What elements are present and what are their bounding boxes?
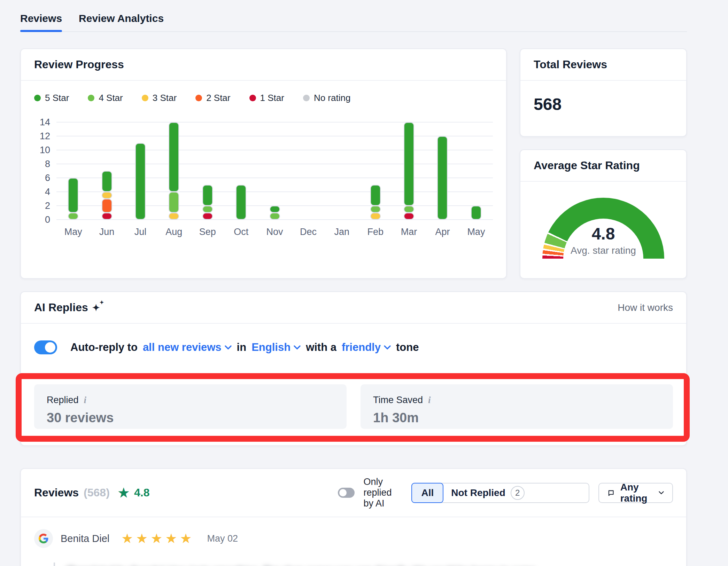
legend-dot-icon — [142, 95, 148, 101]
legend-item[interactable]: 2 Star — [195, 93, 230, 103]
chevron-down-icon — [294, 345, 301, 350]
y-tick-label: 2 — [45, 201, 50, 211]
reviews-list-card: Reviews (568) ★ 4.8 Only replied by AI A… — [20, 468, 687, 566]
stacked-bar[interactable] — [471, 206, 481, 220]
ai-replies-title: AI Replies — [34, 301, 88, 314]
y-tick-label: 4 — [45, 187, 50, 197]
review-progress-chart: 02468101214 — [34, 122, 493, 220]
stacked-bar[interactable] — [404, 122, 414, 220]
chevron-down-icon — [659, 490, 664, 495]
tone-word: tone — [396, 341, 419, 354]
x-tick-label: Nov — [258, 227, 291, 237]
tab-reviews[interactable]: Reviews — [20, 13, 62, 31]
legend-item[interactable]: 3 Star — [142, 93, 177, 103]
legend-item[interactable]: 4 Star — [88, 93, 123, 103]
review-progress-card: Review Progress 5 Star4 Star3 Star2 Star… — [20, 48, 507, 279]
reviews-count: (568) — [84, 486, 110, 499]
comment-icon — [607, 488, 614, 498]
y-tick-label: 6 — [45, 173, 50, 183]
x-tick-label: Sep — [191, 227, 224, 237]
review-progress-title: Review Progress — [21, 49, 506, 81]
x-tick-label: Oct — [224, 227, 258, 237]
page: Reviews Review Analytics Review Progress… — [20, 0, 687, 566]
only-replied-by-ai-label: Only replied by AI — [364, 477, 403, 509]
gauge-value: 4.8 — [542, 224, 664, 243]
sparkles-icon: ✦✦ — [92, 303, 106, 312]
y-tick-label: 8 — [45, 159, 50, 170]
chart-plot — [56, 122, 493, 220]
review-star-rating: ★★★★★ — [121, 532, 194, 545]
stacked-bar[interactable] — [135, 143, 146, 220]
review-author: Benita Diel — [61, 533, 109, 544]
not-replied-count-badge: 2 — [511, 486, 525, 500]
only-replied-by-ai-toggle[interactable] — [338, 488, 355, 498]
reviews-scope-dropdown[interactable]: all new reviews — [143, 341, 232, 354]
auto-reply-prefix: Auto-reply to — [70, 341, 138, 354]
total-reviews-value: 568 — [520, 81, 686, 136]
x-tick-label: May — [56, 227, 90, 237]
stacked-bar[interactable] — [270, 206, 280, 220]
stacked-bar[interactable] — [68, 178, 78, 220]
legend-dot-icon — [195, 95, 202, 101]
legend-dot-icon — [34, 95, 41, 101]
reviews-title: Reviews — [34, 486, 79, 499]
review-text-blurred: (Translated by Google) Very tasty smooth… — [65, 563, 543, 566]
x-tick-label: Jan — [325, 227, 358, 237]
total-reviews-title: Total Reviews — [520, 49, 686, 81]
time-saved-label: Time Saved — [373, 395, 423, 406]
stacked-bar[interactable] — [236, 185, 246, 220]
review-date: May 02 — [207, 533, 238, 544]
replied-label: Replied — [47, 395, 79, 406]
x-tick-label: May — [459, 227, 493, 237]
info-icon[interactable]: i — [428, 395, 431, 406]
info-icon[interactable]: i — [84, 395, 87, 406]
legend-item[interactable]: No rating — [303, 93, 351, 103]
x-tick-label: Mar — [392, 227, 426, 237]
legend-dot-icon — [88, 95, 94, 101]
y-tick-label: 0 — [45, 214, 50, 225]
in-word: in — [237, 341, 247, 354]
stacked-bar[interactable] — [169, 122, 179, 220]
chart-y-axis: 02468101214 — [34, 122, 56, 220]
replied-stat: Replied i 30 reviews — [34, 384, 347, 429]
replied-filter-segmented: All Not Replied 2 — [411, 483, 589, 503]
google-logo-icon — [34, 529, 53, 548]
reviews-avg-rating: 4.8 — [134, 486, 149, 499]
x-tick-label: Aug — [157, 227, 191, 237]
auto-reply-toggle[interactable] — [34, 340, 57, 354]
y-tick-label: 12 — [40, 131, 50, 142]
any-rating-dropdown[interactable]: Any rating — [598, 483, 673, 503]
legend-dot-icon — [303, 95, 310, 101]
star-icon: ★ — [118, 486, 129, 500]
x-tick-label: Feb — [359, 227, 392, 237]
stacked-bar[interactable] — [370, 185, 381, 220]
how-it-works-link[interactable]: How it works — [618, 302, 673, 313]
star-rating-gauge: 4.8 Avg. star rating — [542, 198, 664, 259]
stacked-bar[interactable] — [102, 171, 112, 220]
tab-review-analytics[interactable]: Review Analytics — [79, 13, 164, 31]
time-saved-value: 1h 30m — [373, 410, 660, 425]
stacked-bar[interactable] — [437, 136, 448, 220]
with-a-word: with a — [306, 341, 336, 354]
ai-replies-card: AI Replies ✦✦ How it works Auto-reply to… — [20, 291, 687, 446]
y-tick-label: 10 — [40, 145, 50, 156]
language-dropdown[interactable]: English — [251, 341, 301, 354]
chevron-down-icon — [225, 345, 232, 350]
legend-item[interactable]: 5 Star — [34, 93, 69, 103]
filter-all-button[interactable]: All — [411, 483, 443, 503]
y-tick-label: 14 — [40, 117, 50, 128]
stacked-bar[interactable] — [202, 185, 213, 220]
filter-not-replied-button[interactable]: Not Replied 2 — [443, 484, 533, 502]
tone-dropdown[interactable]: friendly — [342, 341, 391, 354]
replied-value: 30 reviews — [47, 410, 334, 425]
total-reviews-card: Total Reviews 568 — [520, 48, 687, 137]
chart-legend: 5 Star4 Star3 Star2 Star1 StarNo rating — [34, 93, 493, 103]
review-quote: (Translated by Google) Very tasty smooth… — [54, 563, 673, 566]
gauge-caption: Avg. star rating — [542, 245, 664, 256]
x-tick-label: Apr — [426, 227, 459, 237]
review-item: Benita Diel ★★★★★ May 02 (Translated by … — [21, 517, 686, 566]
chart-x-axis: MayJunJulAugSepOctNovDecJanFebMarAprMay — [56, 227, 493, 237]
time-saved-stat: Time Saved i 1h 30m — [361, 384, 673, 429]
legend-dot-icon — [249, 95, 256, 101]
legend-item[interactable]: 1 Star — [249, 93, 284, 103]
